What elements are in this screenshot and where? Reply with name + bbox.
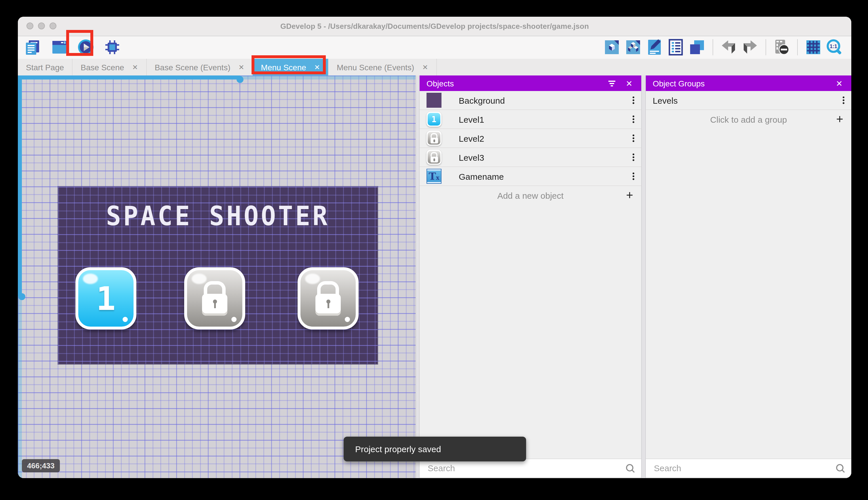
lock-icon xyxy=(202,281,227,316)
project-manager-icon[interactable] xyxy=(24,38,42,56)
objects-search-input[interactable] xyxy=(426,463,625,474)
gdevelop-window: GDevelop 5 - /Users/dkarakay/Documents/G… xyxy=(18,17,851,478)
main-toolbar: 1:1 xyxy=(18,36,851,59)
object-groups-panel-header: Object Groups ✕ xyxy=(646,76,851,91)
group-menu-icon[interactable] xyxy=(843,96,844,104)
plus-icon[interactable]: + xyxy=(626,189,633,202)
object-groups-icon[interactable] xyxy=(624,38,642,56)
toolbar-right-group: 1:1 xyxy=(603,38,843,56)
cursor-coordinates-badge: 466;433 xyxy=(22,459,60,472)
level3-button-object[interactable] xyxy=(297,267,359,329)
object-row-background[interactable]: Background xyxy=(420,91,641,110)
groups-list: Levels Click to add a group + xyxy=(646,91,851,128)
text-object-thumbnail: Tx xyxy=(426,169,442,184)
scrollbar-handle[interactable] xyxy=(237,76,244,83)
scene-editor-icon[interactable] xyxy=(51,38,68,56)
close-panel-icon[interactable]: ✕ xyxy=(624,78,634,88)
object-row-level2[interactable]: Level2 xyxy=(420,129,641,148)
search-icon xyxy=(835,463,846,473)
screenshot-root: GDevelop 5 - /Users/dkarakay/Documents/G… xyxy=(0,0,868,500)
group-row-levels[interactable]: Levels xyxy=(646,91,851,110)
properties-icon[interactable] xyxy=(646,38,663,56)
editor-content: SPACE SHOOTER 1 xyxy=(18,76,851,478)
toolbar-separator xyxy=(797,39,798,55)
object-menu-icon[interactable] xyxy=(633,172,634,180)
level1-button-object[interactable]: 1 xyxy=(75,267,137,329)
lock-icon xyxy=(315,281,341,316)
menu-scene-background-object[interactable]: SPACE SHOOTER 1 xyxy=(58,186,378,364)
objects-editor-icon[interactable] xyxy=(603,38,621,56)
close-tab-icon[interactable]: ✕ xyxy=(238,63,244,71)
play-icon[interactable] xyxy=(77,38,94,56)
zoom-1-1-icon[interactable]: 1:1 xyxy=(826,38,843,56)
object-groups-panel: Object Groups ✕ Levels Click to add a gr… xyxy=(646,76,851,478)
filter-icon[interactable] xyxy=(607,78,617,88)
svg-text:1:1: 1:1 xyxy=(830,44,837,49)
horizontal-scrollbar[interactable] xyxy=(18,76,415,79)
panel-divider[interactable] xyxy=(641,76,646,478)
window-title: GDevelop 5 - /Users/dkarakay/Documents/G… xyxy=(18,17,851,36)
groups-search-bar xyxy=(646,458,851,477)
close-panel-icon[interactable]: ✕ xyxy=(834,78,844,88)
mask-icon[interactable] xyxy=(773,38,790,56)
tab-base-scene[interactable]: Base Scene✕ xyxy=(72,59,146,76)
undo-icon[interactable] xyxy=(720,38,737,56)
vertical-scrollbar[interactable] xyxy=(18,76,22,478)
toolbar-separator xyxy=(713,39,713,55)
object-row-level1[interactable]: 1 Level1 xyxy=(420,110,641,129)
debug-icon[interactable] xyxy=(104,38,121,56)
tab-start-page[interactable]: Start Page xyxy=(18,59,72,76)
layers-icon[interactable] xyxy=(689,38,706,56)
toast-notification: Project properly saved xyxy=(344,436,526,462)
background-thumbnail xyxy=(426,93,442,108)
object-menu-icon[interactable] xyxy=(633,96,634,104)
scene-canvas[interactable]: SPACE SHOOTER 1 xyxy=(18,76,415,478)
add-group-button[interactable]: Click to add a group + xyxy=(646,110,851,128)
tab-menu-scene[interactable]: Menu Scene✕ xyxy=(253,59,329,76)
search-icon xyxy=(625,463,635,473)
locked-button-thumbnail xyxy=(426,131,442,146)
toolbar-separator xyxy=(765,39,766,55)
objects-panel-header: Objects ✕ xyxy=(420,76,641,91)
level2-button-object[interactable] xyxy=(184,267,245,329)
titlebar: GDevelop 5 - /Users/dkarakay/Documents/G… xyxy=(18,17,851,36)
locked-button-thumbnail xyxy=(426,150,442,165)
object-groups-panel-title: Object Groups xyxy=(653,79,834,88)
editor-tabs: Start Page Base Scene✕ Base Scene (Event… xyxy=(18,59,851,76)
object-row-level3[interactable]: Level3 xyxy=(420,148,641,167)
tab-menu-scene-events[interactable]: Menu Scene (Events)✕ xyxy=(329,59,437,76)
plus-icon[interactable]: + xyxy=(836,112,843,126)
object-menu-icon[interactable] xyxy=(633,115,634,123)
objects-panel-title: Objects xyxy=(426,79,607,88)
scrollbar-handle[interactable] xyxy=(19,293,25,300)
level1-button-thumbnail: 1 xyxy=(426,112,442,127)
close-tab-icon[interactable]: ✕ xyxy=(422,63,428,71)
groups-search-input[interactable] xyxy=(653,463,835,474)
toolbar-left-group xyxy=(24,38,121,56)
grid-icon[interactable] xyxy=(805,38,822,56)
instances-list-icon[interactable] xyxy=(667,38,684,56)
object-row-gamename[interactable]: Tx Gamename xyxy=(420,167,641,186)
objects-panel: Objects ✕ Background 1 Level1 xyxy=(420,76,641,478)
objects-list: Background 1 Level1 Level2 xyxy=(420,91,641,204)
add-object-button[interactable]: Add a new object + xyxy=(420,186,641,204)
panel-divider[interactable] xyxy=(415,76,420,478)
redo-icon[interactable] xyxy=(741,38,759,56)
tab-base-scene-events[interactable]: Base Scene (Events)✕ xyxy=(146,59,253,76)
close-tab-icon[interactable]: ✕ xyxy=(132,63,138,71)
object-menu-icon[interactable] xyxy=(633,135,634,142)
close-tab-icon[interactable]: ✕ xyxy=(314,63,320,71)
game-title-text-object[interactable]: SPACE SHOOTER xyxy=(58,201,378,231)
object-menu-icon[interactable] xyxy=(633,154,634,161)
